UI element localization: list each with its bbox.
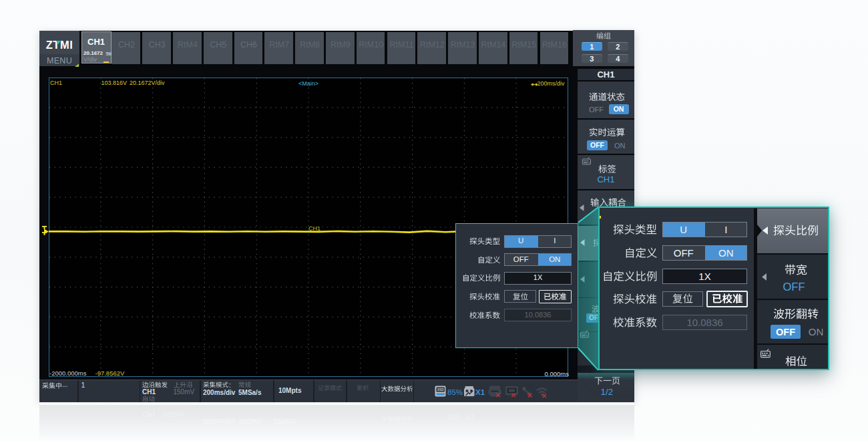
svg-text:SSD: SSD <box>437 388 445 392</box>
